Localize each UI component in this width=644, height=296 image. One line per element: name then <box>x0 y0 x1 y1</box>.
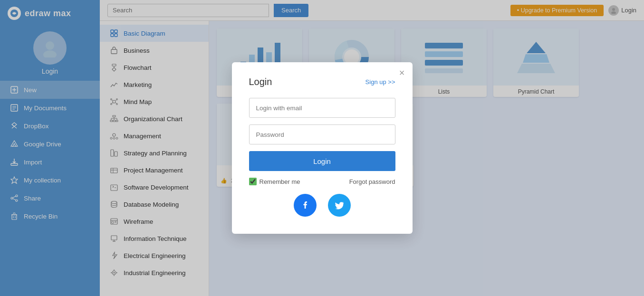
password-input[interactable] <box>249 124 395 144</box>
facebook-login-button[interactable] <box>294 194 317 217</box>
modal-signup-link[interactable]: Sign up >> <box>365 78 395 86</box>
remember-me-label[interactable]: Remember me <box>249 178 300 185</box>
remember-me-text: Remember me <box>260 178 300 185</box>
login-submit-button[interactable]: Login <box>249 151 395 171</box>
modal-close-button[interactable]: × <box>399 68 405 77</box>
remember-me-checkbox[interactable] <box>249 178 257 185</box>
modal-overlay[interactable]: × Login Sign up >> Login Remember me For… <box>0 0 644 296</box>
modal-header: Login Sign up >> <box>249 76 395 87</box>
social-login-row <box>249 194 395 217</box>
modal-footer: Remember me Forgot password <box>249 178 395 185</box>
login-modal: × Login Sign up >> Login Remember me For… <box>232 62 413 234</box>
forgot-password-link[interactable]: Forgot password <box>349 178 395 185</box>
modal-title: Login <box>249 76 272 87</box>
email-input[interactable] <box>249 98 395 118</box>
twitter-login-button[interactable] <box>328 194 351 217</box>
